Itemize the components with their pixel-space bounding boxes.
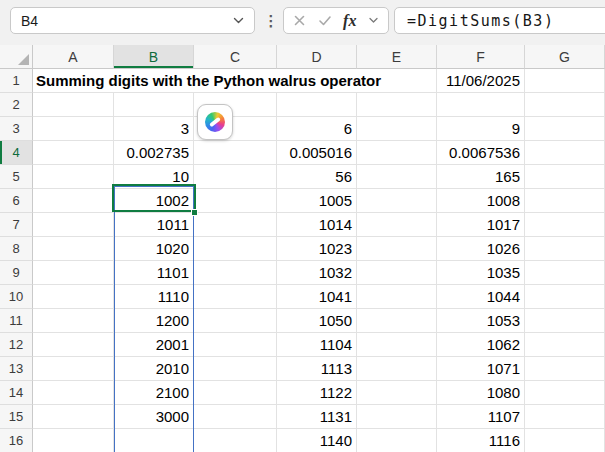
cell-D2[interactable] xyxy=(277,93,357,117)
column-header-D[interactable]: D xyxy=(277,45,357,69)
cell-D8[interactable]: 1023 xyxy=(277,237,357,261)
cell-G15[interactable] xyxy=(525,405,605,429)
cell-D16[interactable]: 1140 xyxy=(277,429,357,452)
cell-G4[interactable] xyxy=(525,141,605,165)
cell-D10[interactable]: 1041 xyxy=(277,285,357,309)
cell-E8[interactable] xyxy=(357,237,437,261)
cell-C16[interactable] xyxy=(194,429,277,452)
cell-E13[interactable] xyxy=(357,357,437,381)
row-header-12[interactable]: 12 xyxy=(0,333,33,357)
cell-F2[interactable] xyxy=(437,93,525,117)
cell-F11[interactable]: 1053 xyxy=(437,309,525,333)
cell-G8[interactable] xyxy=(525,237,605,261)
cell-E15[interactable] xyxy=(357,405,437,429)
cell-B5[interactable]: 10 xyxy=(114,165,194,189)
column-header-G[interactable]: G xyxy=(525,45,605,69)
cell-E11[interactable] xyxy=(357,309,437,333)
cell-D6[interactable]: 1005 xyxy=(277,189,357,213)
cell-G3[interactable] xyxy=(525,117,605,141)
cell-C9[interactable] xyxy=(194,261,277,285)
cell-G13[interactable] xyxy=(525,357,605,381)
cell-A9[interactable] xyxy=(33,261,114,285)
cell-D3[interactable]: 6 xyxy=(277,117,357,141)
cell-E4[interactable] xyxy=(357,141,437,165)
cell-D13[interactable]: 1113 xyxy=(277,357,357,381)
cell-A10[interactable] xyxy=(33,285,114,309)
cell-G1[interactable] xyxy=(525,69,605,93)
cell-F7[interactable]: 1017 xyxy=(437,213,525,237)
cell-B4[interactable]: 0.002735 xyxy=(114,141,194,165)
cell-G12[interactable] xyxy=(525,333,605,357)
cell-E12[interactable] xyxy=(357,333,437,357)
cell-F4[interactable]: 0.0067536 xyxy=(437,141,525,165)
formula-input[interactable]: =DigitSums(B3) xyxy=(394,7,605,34)
cell-G16[interactable] xyxy=(525,429,605,452)
cell-A15[interactable] xyxy=(33,405,114,429)
cell-C6[interactable] xyxy=(194,189,277,213)
cell-E16[interactable] xyxy=(357,429,437,452)
copilot-button[interactable] xyxy=(197,104,233,140)
row-header-2[interactable]: 2 xyxy=(0,93,33,117)
cell-G5[interactable] xyxy=(525,165,605,189)
cell-C5[interactable] xyxy=(194,165,277,189)
row-header-13[interactable]: 13 xyxy=(0,357,33,381)
column-header-A[interactable]: A xyxy=(33,45,114,69)
cell-A8[interactable] xyxy=(33,237,114,261)
cell-F5[interactable]: 165 xyxy=(437,165,525,189)
row-header-1[interactable]: 1 xyxy=(0,69,33,93)
row-header-16[interactable]: 16 xyxy=(0,429,33,452)
row-header-5[interactable]: 5 xyxy=(0,165,33,189)
cell-B6[interactable]: 1002 xyxy=(114,189,194,213)
cell-G7[interactable] xyxy=(525,213,605,237)
column-header-E[interactable]: E xyxy=(357,45,437,69)
cell-A1-title[interactable]: Summing digits with the Python walrus op… xyxy=(33,69,437,93)
cell-C15[interactable] xyxy=(194,405,277,429)
cell-A7[interactable] xyxy=(33,213,114,237)
cell-F10[interactable]: 1044 xyxy=(437,285,525,309)
column-header-B[interactable]: B xyxy=(114,45,194,69)
cell-E9[interactable] xyxy=(357,261,437,285)
cell-B12[interactable]: 2001 xyxy=(114,333,194,357)
cell-E7[interactable] xyxy=(357,213,437,237)
cell-A5[interactable] xyxy=(33,165,114,189)
cell-B13[interactable]: 2010 xyxy=(114,357,194,381)
cell-A4[interactable] xyxy=(33,141,114,165)
cell-C14[interactable] xyxy=(194,381,277,405)
cell-B15[interactable]: 3000 xyxy=(114,405,194,429)
cell-C7[interactable] xyxy=(194,213,277,237)
cell-G14[interactable] xyxy=(525,381,605,405)
row-header-9[interactable]: 9 xyxy=(0,261,33,285)
cell-E14[interactable] xyxy=(357,381,437,405)
cell-F15[interactable]: 1107 xyxy=(437,405,525,429)
cell-F12[interactable]: 1062 xyxy=(437,333,525,357)
cell-F14[interactable]: 1080 xyxy=(437,381,525,405)
cell-G10[interactable] xyxy=(525,285,605,309)
row-header-6[interactable]: 6 xyxy=(0,189,33,213)
row-header-15[interactable]: 15 xyxy=(0,405,33,429)
row-header-11[interactable]: 11 xyxy=(0,309,33,333)
cell-C12[interactable] xyxy=(194,333,277,357)
row-header-3[interactable]: 3 xyxy=(0,117,33,141)
cell-A13[interactable] xyxy=(33,357,114,381)
cell-F3[interactable]: 9 xyxy=(437,117,525,141)
cell-F1-date[interactable]: 11/06/2025 xyxy=(437,69,525,93)
cell-D15[interactable]: 1131 xyxy=(277,405,357,429)
cell-C13[interactable] xyxy=(194,357,277,381)
cell-E3[interactable] xyxy=(357,117,437,141)
cell-D12[interactable]: 1104 xyxy=(277,333,357,357)
cell-A3[interactable] xyxy=(33,117,114,141)
cell-A12[interactable] xyxy=(33,333,114,357)
cell-B7[interactable]: 1011 xyxy=(114,213,194,237)
insert-function-icon[interactable]: fx xyxy=(343,12,356,30)
enter-check-icon[interactable] xyxy=(318,14,332,27)
cell-B16[interactable] xyxy=(114,429,194,452)
cell-C4[interactable] xyxy=(194,141,277,165)
cell-A11[interactable] xyxy=(33,309,114,333)
cell-F6[interactable]: 1008 xyxy=(437,189,525,213)
name-box[interactable]: B4 xyxy=(10,7,255,34)
cell-F8[interactable]: 1026 xyxy=(437,237,525,261)
cell-D7[interactable]: 1014 xyxy=(277,213,357,237)
cell-F13[interactable]: 1071 xyxy=(437,357,525,381)
name-box-chevron-down-icon[interactable] xyxy=(232,14,245,27)
fx-chevron-down-icon[interactable] xyxy=(368,15,379,26)
